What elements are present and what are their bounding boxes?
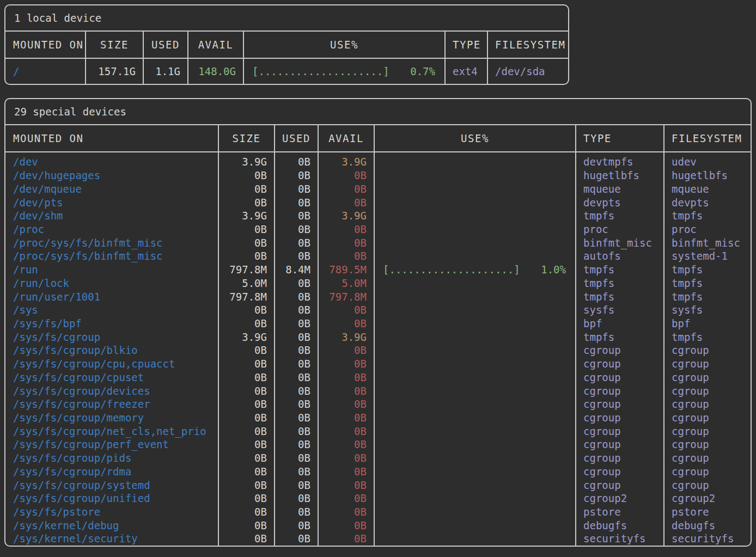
use-bar-cell	[374, 195, 576, 209]
table-row: /sys/fs/cgroup/devices0B0B0Bcgroupcgroup	[5, 384, 751, 397]
use-bar-cell	[374, 371, 576, 384]
table-row: /sys/kernel/security0B0B0Bsecurityfssecu…	[5, 532, 751, 546]
column-divider	[85, 32, 86, 84]
used-cell: 0B	[275, 290, 318, 303]
mounted-on-cell: /sys/kernel/security	[5, 532, 218, 546]
use-bar-cell	[374, 317, 576, 330]
size-cell: 0B	[218, 384, 275, 397]
filesystem-cell: debugfs	[664, 518, 751, 532]
avail-cell: 0B	[318, 478, 374, 492]
type-cell: cgroup	[576, 357, 664, 371]
avail-cell: 0B	[318, 411, 374, 425]
filesystem-cell: cgroup	[664, 411, 751, 425]
size-cell: 0B	[218, 451, 275, 465]
avail-cell: 0B	[318, 384, 374, 397]
use-bar-cell: [....................]1.0%	[374, 263, 576, 277]
usage-percent: 1.0%	[541, 264, 566, 276]
filesystem-cell: tmpfs	[664, 263, 751, 277]
filesystem-cell: securityfs	[664, 532, 751, 546]
filesystem-cell: cgroup	[664, 478, 751, 492]
used-cell: 0B	[275, 236, 318, 249]
mounted-on-cell: /dev/mqueue	[5, 182, 218, 195]
used-cell: 0B	[275, 371, 318, 384]
table-row: /157.1G1.1G148.0G[....................]0…	[5, 59, 568, 84]
column-header-filesystem: FILESYSTEM	[487, 32, 568, 58]
use-bar-cell	[374, 169, 576, 182]
used-cell: 0B	[275, 249, 318, 263]
used-cell: 0B	[275, 357, 318, 371]
size-cell: 0B	[218, 518, 275, 532]
used-cell: 0B	[275, 344, 318, 357]
column-divider	[444, 32, 446, 84]
mounted-on-cell: /run/lock	[5, 276, 218, 290]
avail-cell: 0B	[318, 344, 374, 357]
mounted-on-cell: /run	[5, 263, 218, 277]
column-header-type: TYPE	[576, 125, 664, 151]
avail-cell: 0B	[318, 303, 374, 317]
type-cell: devtmpfs	[576, 155, 664, 169]
size-cell: 0B	[218, 303, 275, 317]
filesystem-cell: bpf	[664, 317, 751, 330]
use-bar-cell	[374, 209, 576, 223]
table-row: /sys/fs/cgroup/freezer0B0B0Bcgroupcgroup	[5, 397, 751, 411]
type-cell: cgroup	[576, 424, 664, 438]
type-cell: proc	[576, 223, 664, 236]
table-grid: MOUNTED ONSIZEUSEDAVAILUSE%TYPEFILESYSTE…	[5, 32, 568, 84]
type-cell: securityfs	[576, 532, 664, 546]
filesystem-cell: cgroup	[664, 465, 751, 479]
type-cell: bpf	[576, 317, 664, 330]
avail-cell: 0B	[318, 518, 374, 532]
filesystem-cell: devpts	[664, 195, 751, 209]
avail-cell: 0B	[318, 236, 374, 249]
table-row: /dev/shm3.9G0B3.9Gtmpfstmpfs	[5, 209, 751, 223]
table-row: /sys/fs/cgroup/cpuset0B0B0Bcgroupcgroup	[5, 371, 751, 384]
filesystem-cell: cgroup	[664, 397, 751, 411]
mounted-on-cell: /sys/kernel/debug	[5, 518, 218, 532]
type-cell: cgroup	[576, 384, 664, 397]
avail-cell: 789.5M	[318, 263, 374, 277]
type-cell: tmpfs	[576, 276, 664, 290]
table-row: /sys/fs/cgroup/unified0B0B0Bcgroup2cgrou…	[5, 492, 751, 505]
size-cell: 3.9G	[218, 330, 275, 344]
table-row: /dev/hugepages0B0B0Bhugetlbfshugetlbfs	[5, 169, 751, 182]
usage-bar: [....................]	[252, 65, 389, 77]
terminal-screen: { "colors": { "background": "#2d2d2d", "…	[0, 0, 756, 557]
use-bar-cell	[374, 155, 576, 169]
mounted-on-cell: /sys/fs/cgroup/pids	[5, 451, 218, 465]
table-row: /dev3.9G0B3.9Gdevtmpfsudev	[5, 155, 751, 169]
column-header-use: USE%	[374, 125, 576, 151]
size-cell: 0B	[218, 371, 275, 384]
type-cell: cgroup	[576, 411, 664, 425]
mounted-on-cell: /sys/fs/cgroup/unified	[5, 492, 218, 505]
table-row: /dev/pts0B0B0Bdevptsdevpts	[5, 195, 751, 209]
filesystem-cell: cgroup	[664, 424, 751, 438]
mounted-on-cell: /sys/fs/cgroup/rdma	[5, 465, 218, 479]
size-cell: 0B	[218, 357, 275, 371]
size-cell: 157.1G	[86, 59, 143, 84]
mounted-on-cell: /sys/fs/cgroup/systemd	[5, 478, 218, 492]
avail-cell: 5.0M	[318, 276, 374, 290]
column-header-size: SIZE	[86, 32, 143, 58]
table-row: /sys/fs/bpf0B0B0Bbpfbpf	[5, 317, 751, 330]
mounted-on-cell: /dev/pts	[5, 195, 218, 209]
type-cell: ext4	[445, 59, 487, 84]
used-cell: 0B	[275, 424, 318, 438]
type-cell: cgroup	[576, 465, 664, 479]
used-cell: 0B	[275, 182, 318, 195]
use-bar-cell	[374, 518, 576, 532]
size-cell: 0B	[218, 397, 275, 411]
size-cell: 0B	[218, 223, 275, 236]
size-cell: 0B	[218, 505, 275, 519]
column-header-used: USED	[143, 32, 188, 58]
size-cell: 0B	[218, 195, 275, 209]
avail-cell: 0B	[318, 465, 374, 479]
table-row: /sys/fs/cgroup/perf_event0B0B0Bcgroupcgr…	[5, 438, 751, 451]
table-row: /sys/fs/cgroup/systemd0B0B0Bcgroupcgroup	[5, 478, 751, 492]
column-divider	[243, 32, 244, 84]
used-cell: 0B	[275, 209, 318, 223]
table-row: /proc/sys/fs/binfmt_misc0B0B0Bautofssyst…	[5, 249, 751, 263]
filesystem-cell: cgroup	[664, 371, 751, 384]
size-cell: 3.9G	[218, 209, 275, 223]
use-bar-cell	[374, 411, 576, 425]
column-divider	[318, 125, 319, 546]
